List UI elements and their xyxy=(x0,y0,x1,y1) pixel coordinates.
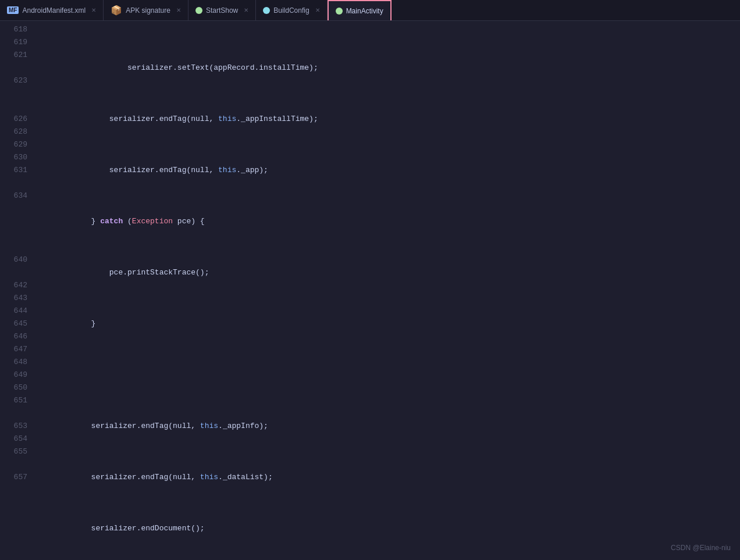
ln-blank9 xyxy=(0,266,27,279)
line-numbers: 618 619 621 623 626 628 629 630 631 634 … xyxy=(0,21,32,560)
close-start-icon[interactable]: ✕ xyxy=(244,7,248,13)
ln-618: 618 xyxy=(0,23,27,36)
ln-blank11 xyxy=(0,458,27,471)
tab-label-main: MainActivity xyxy=(346,7,383,15)
ln-blank1 xyxy=(0,62,27,74)
ln-628: 628 xyxy=(0,126,27,138)
ln-650: 650 xyxy=(0,381,27,394)
ln-blank14 xyxy=(0,509,27,522)
ln-644: 644 xyxy=(0,305,27,318)
ln-647: 647 xyxy=(0,343,27,356)
ln-649: 649 xyxy=(0,369,27,381)
start-icon xyxy=(195,7,202,14)
ln-619: 619 xyxy=(0,36,27,49)
editor-area: 618 619 621 623 626 628 629 630 631 634 … xyxy=(0,21,740,560)
line-brace1: } xyxy=(37,318,740,330)
line-618: serializer.setText(appRecord.installTime… xyxy=(37,62,740,74)
tab-label-start: StartShow xyxy=(206,6,238,15)
ln-645: 645 xyxy=(0,318,27,330)
ln-643: 643 xyxy=(0,292,27,305)
ln-655: 655 xyxy=(0,445,27,458)
ln-642: 642 xyxy=(0,279,27,292)
ln-blank3 xyxy=(0,100,27,113)
ln-626: 626 xyxy=(0,113,27,126)
line-blank1 xyxy=(37,369,740,381)
ln-blank7 xyxy=(0,228,27,241)
ln-623: 623 xyxy=(0,74,27,87)
line-628: serializer.endTag(null, this._dataList); xyxy=(37,471,740,484)
line-623: pce.printStackTrace(); xyxy=(37,266,740,279)
tab-main-activity[interactable]: MainActivity xyxy=(328,0,392,20)
ln-630: 630 xyxy=(0,151,27,164)
ln-653: 653 xyxy=(0,420,27,433)
line-catch1: } catch (Exception pce) { xyxy=(37,215,740,228)
tab-android-manifest[interactable]: MF AndroidManifest.xml ✕ xyxy=(0,0,104,20)
tab-label-apk: APK signature xyxy=(126,6,170,15)
ln-blank6 xyxy=(0,215,27,228)
ln-651: 651 xyxy=(0,394,27,407)
ln-blank12 xyxy=(0,484,27,497)
ln-blank10 xyxy=(0,407,27,420)
close-manifest-icon[interactable]: ✕ xyxy=(91,7,96,13)
watermark: CSDN @Elaine-niu xyxy=(671,541,731,554)
apk-icon: 📦 xyxy=(111,5,122,16)
tab-apk-signature[interactable]: 📦 APK signature ✕ xyxy=(104,0,188,20)
main-icon xyxy=(336,8,343,15)
ln-634: 634 xyxy=(0,190,27,202)
tab-start-show[interactable]: StartShow ✕ xyxy=(188,0,256,20)
close-apk-icon[interactable]: ✕ xyxy=(176,7,181,13)
tab-bar: MF AndroidManifest.xml ✕ 📦 APK signature… xyxy=(0,0,740,21)
manifest-icon: MF xyxy=(7,6,19,14)
line-621: serializer.endTag(null, this._app); xyxy=(37,164,740,177)
ln-blank13 xyxy=(0,497,27,509)
tab-label-build: BuildConfig xyxy=(273,6,309,15)
ln-631: 631 xyxy=(0,164,27,177)
ln-640: 640 xyxy=(0,254,27,266)
ln-629: 629 xyxy=(0,138,27,151)
ln-657: 657 xyxy=(0,471,27,484)
line-626: serializer.endTag(null, this._appInfo); xyxy=(37,420,740,433)
ln-621: 621 xyxy=(0,49,27,62)
tab-build-config[interactable]: BuildConfig ✕ xyxy=(256,0,327,20)
build-icon xyxy=(263,7,270,14)
ln-blank2 xyxy=(0,87,27,100)
ln-blank8 xyxy=(0,241,27,254)
ln-648: 648 xyxy=(0,356,27,369)
line-619: serializer.endTag(null, this._appInstall… xyxy=(37,113,740,126)
code-content[interactable]: serializer.setText(appRecord.installTime… xyxy=(32,21,740,560)
ln-646: 646 xyxy=(0,330,27,343)
ln-blank5 xyxy=(0,202,27,215)
close-build-icon[interactable]: ✕ xyxy=(315,7,320,13)
line-629: serializer.endDocument(); xyxy=(37,522,740,535)
tab-label-manifest: AndroidManifest.xml xyxy=(22,6,86,15)
ln-654: 654 xyxy=(0,433,27,445)
ln-blank4 xyxy=(0,177,27,190)
